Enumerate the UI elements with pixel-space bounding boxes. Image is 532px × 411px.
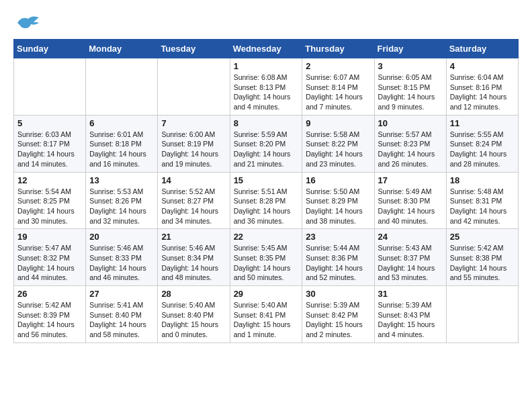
calendar-day-cell: 26Sunrise: 5:42 AM Sunset: 8:39 PM Dayli… [14,286,86,343]
day-of-week-header: Saturday [446,40,518,58]
day-of-week-header: Sunday [14,40,86,58]
calendar-header-row: SundayMondayTuesdayWednesdayThursdayFrid… [14,40,519,58]
day-number: 16 [306,175,370,185]
day-info: Sunrise: 6:00 AM Sunset: 8:19 PM Dayligh… [161,130,226,169]
day-info: Sunrise: 6:08 AM Sunset: 8:13 PM Dayligh… [234,73,299,112]
calendar-day-cell: 4Sunrise: 6:04 AM Sunset: 8:16 PM Daylig… [446,58,518,116]
calendar-day-cell: 27Sunrise: 5:41 AM Sunset: 8:40 PM Dayli… [86,286,158,343]
day-number: 12 [17,175,82,185]
day-number: 7 [161,118,226,128]
day-info: Sunrise: 5:41 AM Sunset: 8:40 PM Dayligh… [89,300,154,340]
calendar-day-cell: 28Sunrise: 5:40 AM Sunset: 8:40 PM Dayli… [158,286,230,343]
calendar-day-cell: 31Sunrise: 5:39 AM Sunset: 8:43 PM Dayli… [374,286,446,343]
day-number: 23 [306,232,370,242]
day-info: Sunrise: 5:49 AM Sunset: 8:30 PM Dayligh… [378,187,443,226]
day-number: 25 [450,232,515,242]
day-number: 2 [306,61,370,71]
calendar-day-cell: 16Sunrise: 5:50 AM Sunset: 8:29 PM Dayli… [302,172,374,229]
day-info: Sunrise: 5:43 AM Sunset: 8:37 PM Dayligh… [378,243,443,283]
day-info: Sunrise: 5:47 AM Sunset: 8:32 PM Dayligh… [17,243,82,283]
calendar-day-cell: 6Sunrise: 6:01 AM Sunset: 8:18 PM Daylig… [86,115,158,172]
day-number: 17 [378,175,443,185]
day-info: Sunrise: 6:05 AM Sunset: 8:15 PM Dayligh… [378,73,443,112]
calendar-empty-cell [86,58,158,116]
day-number: 19 [17,232,82,242]
calendar-day-cell: 3Sunrise: 6:05 AM Sunset: 8:15 PM Daylig… [374,58,446,116]
day-of-week-header: Thursday [302,40,374,58]
day-of-week-header: Tuesday [158,40,230,58]
day-number: 15 [234,175,299,185]
calendar-day-cell: 9Sunrise: 5:58 AM Sunset: 8:22 PM Daylig… [302,115,374,172]
day-info: Sunrise: 6:07 AM Sunset: 8:14 PM Dayligh… [306,73,370,112]
day-info: Sunrise: 5:45 AM Sunset: 8:35 PM Dayligh… [234,243,299,283]
day-number: 18 [450,175,515,185]
day-info: Sunrise: 6:03 AM Sunset: 8:17 PM Dayligh… [17,130,82,169]
day-number: 11 [450,118,515,128]
calendar-day-cell: 21Sunrise: 5:46 AM Sunset: 8:34 PM Dayli… [158,229,230,286]
day-number: 20 [89,232,154,242]
day-info: Sunrise: 5:44 AM Sunset: 8:36 PM Dayligh… [306,243,370,283]
day-number: 26 [17,289,82,299]
day-info: Sunrise: 5:53 AM Sunset: 8:26 PM Dayligh… [89,187,154,226]
day-info: Sunrise: 5:54 AM Sunset: 8:25 PM Dayligh… [17,187,82,226]
day-info: Sunrise: 5:52 AM Sunset: 8:27 PM Dayligh… [161,187,226,226]
calendar-week-row: 26Sunrise: 5:42 AM Sunset: 8:39 PM Dayli… [14,286,519,343]
calendar-week-row: 1Sunrise: 6:08 AM Sunset: 8:13 PM Daylig… [14,58,519,116]
day-info: Sunrise: 5:57 AM Sunset: 8:23 PM Dayligh… [378,130,443,169]
calendar-day-cell: 8Sunrise: 5:59 AM Sunset: 8:20 PM Daylig… [230,115,302,172]
calendar-day-cell: 14Sunrise: 5:52 AM Sunset: 8:27 PM Dayli… [158,172,230,229]
calendar-day-cell: 25Sunrise: 5:42 AM Sunset: 8:38 PM Dayli… [446,229,518,286]
day-number: 14 [161,175,226,185]
calendar-day-cell: 12Sunrise: 5:54 AM Sunset: 8:25 PM Dayli… [14,172,86,229]
calendar-day-cell: 20Sunrise: 5:46 AM Sunset: 8:33 PM Dayli… [86,229,158,286]
calendar-empty-cell [158,58,230,116]
day-of-week-header: Friday [374,40,446,58]
day-info: Sunrise: 5:46 AM Sunset: 8:33 PM Dayligh… [89,243,154,283]
calendar-day-cell: 1Sunrise: 6:08 AM Sunset: 8:13 PM Daylig… [230,58,302,116]
day-number: 5 [17,118,82,128]
calendar-day-cell: 11Sunrise: 5:55 AM Sunset: 8:24 PM Dayli… [446,115,518,172]
day-number: 1 [234,61,299,71]
calendar-week-row: 19Sunrise: 5:47 AM Sunset: 8:32 PM Dayli… [14,229,519,286]
calendar-day-cell: 19Sunrise: 5:47 AM Sunset: 8:32 PM Dayli… [14,229,86,286]
day-number: 28 [161,289,226,299]
day-info: Sunrise: 5:59 AM Sunset: 8:20 PM Dayligh… [234,130,299,169]
day-of-week-header: Monday [86,40,158,58]
day-info: Sunrise: 5:55 AM Sunset: 8:24 PM Dayligh… [450,130,515,169]
calendar-day-cell: 29Sunrise: 5:40 AM Sunset: 8:41 PM Dayli… [230,286,302,343]
day-number: 21 [161,232,226,242]
calendar-week-row: 12Sunrise: 5:54 AM Sunset: 8:25 PM Dayli… [14,172,519,229]
calendar-day-cell: 22Sunrise: 5:45 AM Sunset: 8:35 PM Dayli… [230,229,302,286]
day-number: 30 [306,289,370,299]
calendar-day-cell: 17Sunrise: 5:49 AM Sunset: 8:30 PM Dayli… [374,172,446,229]
day-info: Sunrise: 5:42 AM Sunset: 8:39 PM Dayligh… [17,300,82,340]
logo [13,13,40,32]
calendar-day-cell: 7Sunrise: 6:00 AM Sunset: 8:19 PM Daylig… [158,115,230,172]
calendar-day-cell: 23Sunrise: 5:44 AM Sunset: 8:36 PM Dayli… [302,229,374,286]
calendar-day-cell: 2Sunrise: 6:07 AM Sunset: 8:14 PM Daylig… [302,58,374,116]
logo-bird-icon [16,13,40,32]
day-number: 22 [234,232,299,242]
calendar-week-row: 5Sunrise: 6:03 AM Sunset: 8:17 PM Daylig… [14,115,519,172]
calendar-day-cell: 15Sunrise: 5:51 AM Sunset: 8:28 PM Dayli… [230,172,302,229]
day-number: 3 [378,61,443,71]
day-number: 6 [89,118,154,128]
day-info: Sunrise: 6:01 AM Sunset: 8:18 PM Dayligh… [89,130,154,169]
day-number: 9 [306,118,370,128]
calendar-day-cell: 18Sunrise: 5:48 AM Sunset: 8:31 PM Dayli… [446,172,518,229]
day-number: 29 [234,289,299,299]
day-info: Sunrise: 5:46 AM Sunset: 8:34 PM Dayligh… [161,243,226,283]
calendar-empty-cell [446,286,518,343]
day-info: Sunrise: 5:39 AM Sunset: 8:42 PM Dayligh… [306,300,370,340]
day-info: Sunrise: 6:04 AM Sunset: 8:16 PM Dayligh… [450,73,515,112]
day-info: Sunrise: 5:39 AM Sunset: 8:43 PM Dayligh… [378,300,443,340]
day-number: 13 [89,175,154,185]
calendar-empty-cell [14,58,86,116]
day-number: 27 [89,289,154,299]
day-number: 4 [450,61,515,71]
day-info: Sunrise: 5:51 AM Sunset: 8:28 PM Dayligh… [234,187,299,226]
day-info: Sunrise: 5:58 AM Sunset: 8:22 PM Dayligh… [306,130,370,169]
day-info: Sunrise: 5:50 AM Sunset: 8:29 PM Dayligh… [306,187,370,226]
calendar-day-cell: 5Sunrise: 6:03 AM Sunset: 8:17 PM Daylig… [14,115,86,172]
day-of-week-header: Wednesday [230,40,302,58]
